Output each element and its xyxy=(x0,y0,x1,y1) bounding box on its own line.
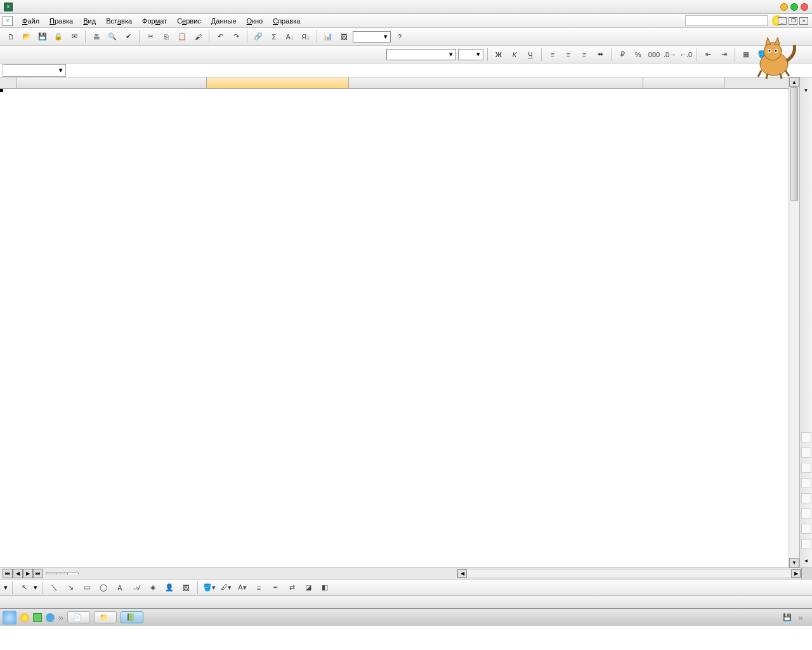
help-button[interactable]: ? xyxy=(393,30,407,44)
menu-insert[interactable]: Вставка xyxy=(102,16,136,26)
menu-help[interactable]: Справка xyxy=(268,16,304,26)
print-preview-button[interactable]: 🔍 xyxy=(105,30,119,44)
help-search-input[interactable] xyxy=(685,15,768,26)
tab-nav-first[interactable]: ⏮ xyxy=(3,569,13,578)
scroll-up-button[interactable]: ▲ xyxy=(789,77,799,87)
select-objects-button[interactable]: ↖ xyxy=(17,581,31,595)
decrease-decimal-button[interactable]: ←.0 xyxy=(679,48,693,62)
actions-menu[interactable]: ▾ xyxy=(4,583,8,592)
fill-color-button[interactable]: 🪣 xyxy=(755,48,769,62)
save-button[interactable]: 💾 xyxy=(36,30,49,44)
copy-button[interactable]: ⎘ xyxy=(159,30,173,44)
wordart-button[interactable]: 𝒜 xyxy=(129,581,143,595)
close-button[interactable] xyxy=(801,3,808,11)
task-pane-collapsed[interactable]: ▼ ◄ xyxy=(799,77,812,567)
currency-button[interactable]: ₽ xyxy=(615,48,629,62)
align-center-button[interactable]: ≡ xyxy=(561,48,575,62)
open-button[interactable]: 📂 xyxy=(20,30,34,44)
menu-view[interactable]: Вид xyxy=(79,16,100,26)
italic-button[interactable]: К xyxy=(508,48,521,62)
sidepane-icon[interactable] xyxy=(801,448,811,458)
arrow-style-button[interactable]: ⇄ xyxy=(285,581,299,595)
print-button[interactable]: 🖶 xyxy=(89,30,103,44)
redo-button[interactable]: ↷ xyxy=(229,30,243,44)
tray-chevron[interactable]: » xyxy=(798,613,803,623)
decrease-indent-button[interactable]: ⇤ xyxy=(701,48,715,62)
tab-nav-last[interactable]: ⏭ xyxy=(33,569,43,578)
scroll-thumb[interactable] xyxy=(790,87,798,201)
tray-icon[interactable] xyxy=(20,613,29,622)
autosum-button[interactable]: Σ xyxy=(267,30,281,44)
font-color-button[interactable]: A▾ xyxy=(235,581,249,595)
line-style-button[interactable]: ≡ xyxy=(252,581,266,595)
sort-desc-button[interactable]: Я↓ xyxy=(299,30,313,44)
scroll-right-button[interactable]: ▶ xyxy=(791,569,801,578)
borders-button[interactable]: ▦ xyxy=(739,48,753,62)
doc-restore-button[interactable]: ❐ xyxy=(789,17,797,25)
align-right-button[interactable]: ≡ xyxy=(577,48,591,62)
spreadsheet-grid[interactable] xyxy=(0,77,789,567)
paste-button[interactable]: 📋 xyxy=(175,30,189,44)
font-combo[interactable]: ▾ xyxy=(386,49,456,60)
doc-minimize-button[interactable]: _ xyxy=(778,17,787,25)
fill-color-button[interactable]: 🪣▾ xyxy=(202,581,216,595)
minimize-button[interactable] xyxy=(780,3,788,11)
3d-button[interactable]: ◧ xyxy=(318,581,332,595)
sidepane-icon[interactable] xyxy=(801,539,811,549)
merge-center-button[interactable]: ⬌ xyxy=(593,48,607,62)
sidepane-icon[interactable] xyxy=(801,524,811,534)
diagram-button[interactable]: ◈ xyxy=(146,581,160,595)
app-icon[interactable]: X xyxy=(3,16,13,26)
picture-button[interactable]: 🖼 xyxy=(179,581,193,595)
sidepane-icon[interactable] xyxy=(801,463,811,473)
col-header-d[interactable] xyxy=(643,77,724,89)
new-button[interactable]: 🗋 xyxy=(4,30,18,44)
clipart-button[interactable]: 👤 xyxy=(162,581,176,595)
sheet-tab-forma[interactable] xyxy=(67,573,79,574)
email-button[interactable]: ✉ xyxy=(67,30,81,44)
scroll-down-button[interactable]: ▼ xyxy=(789,558,799,567)
line-color-button[interactable]: 🖊▾ xyxy=(219,581,233,595)
horizontal-scrollbar[interactable]: ◀ ▶ xyxy=(457,569,801,578)
drawing-button[interactable]: 🖼 xyxy=(337,30,351,44)
maximize-button[interactable] xyxy=(790,3,798,11)
comma-button[interactable]: 000 xyxy=(647,48,661,62)
sidepane-icon[interactable] xyxy=(801,478,811,488)
textbox-button[interactable]: A xyxy=(113,581,127,595)
taskbar-item-docs[interactable]: 📁 xyxy=(94,611,117,623)
shadow-button[interactable]: ◪ xyxy=(301,581,315,595)
undo-button[interactable]: ↶ xyxy=(213,30,227,44)
line-button[interactable]: ＼ xyxy=(47,581,61,595)
menu-edit[interactable]: Правка xyxy=(45,16,77,26)
permission-button[interactable]: 🔒 xyxy=(51,30,65,44)
vertical-scrollbar[interactable]: ▲ ▼ xyxy=(789,77,799,567)
increase-decimal-button[interactable]: .0→ xyxy=(663,48,677,62)
start-button[interactable] xyxy=(3,611,16,625)
sheet-tab-stoimost[interactable] xyxy=(56,573,68,574)
cut-button[interactable]: ✂ xyxy=(143,30,157,44)
font-color-button[interactable]: A xyxy=(771,48,785,62)
tray-disk[interactable]: 💾 xyxy=(783,613,792,621)
tray-icon[interactable] xyxy=(33,613,42,622)
menu-format[interactable]: Формат xyxy=(138,16,171,26)
spellcheck-button[interactable]: ✔ xyxy=(121,30,135,44)
tab-nav-next[interactable]: ▶ xyxy=(23,569,33,578)
scroll-splitter[interactable] xyxy=(801,568,812,579)
sheet-tab-rashod[interactable] xyxy=(46,573,57,574)
menu-tools[interactable]: Сервис xyxy=(173,16,206,26)
menu-file[interactable]: Файл xyxy=(18,16,44,26)
ie-icon[interactable] xyxy=(46,613,55,622)
doc-close-button[interactable]: × xyxy=(799,17,808,25)
bold-button[interactable]: Ж xyxy=(492,48,506,62)
col-header-a[interactable] xyxy=(16,77,207,89)
taskbar-item-word[interactable]: 📄 xyxy=(67,611,90,623)
dash-style-button[interactable]: ┅ xyxy=(268,581,282,595)
col-header-c[interactable] xyxy=(349,77,643,89)
taskbar-item-excel[interactable]: 📗 xyxy=(121,611,143,623)
increase-indent-button[interactable]: ⇥ xyxy=(717,48,731,62)
tab-nav-prev[interactable]: ◀ xyxy=(13,569,23,578)
zoom-combo[interactable]: ▾ xyxy=(353,31,391,43)
scroll-left-button[interactable]: ◀ xyxy=(457,569,467,578)
sidepane-icon[interactable] xyxy=(801,508,811,519)
percent-button[interactable]: % xyxy=(631,48,645,62)
